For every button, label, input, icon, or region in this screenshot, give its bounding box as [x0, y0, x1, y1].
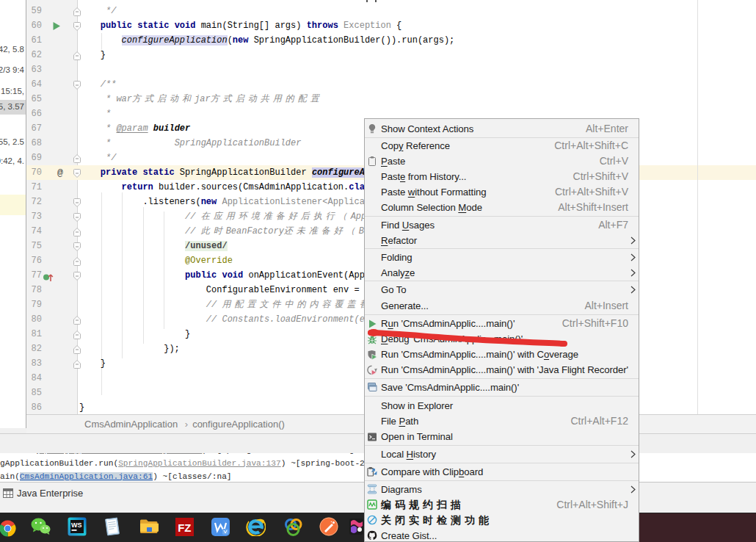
- svg-text:WS: WS: [71, 521, 82, 529]
- svg-text:FZ: FZ: [178, 521, 191, 533]
